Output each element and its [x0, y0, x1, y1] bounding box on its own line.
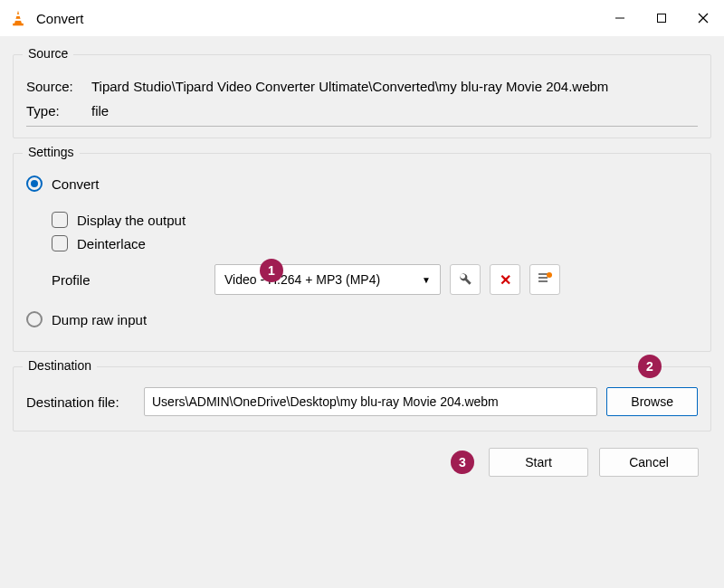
source-group: Source Source: Tipard Studio\Tipard Vide… [13, 54, 711, 138]
destination-file-value: Users\ADMIN\OneDrive\Desktop\my blu-ray … [152, 394, 499, 409]
source-group-label: Source [23, 46, 73, 61]
svg-rect-3 [13, 24, 24, 26]
deinterlace-label: Deinterlace [77, 236, 146, 251]
settings-group: Settings Convert Display the output Dein… [13, 153, 711, 352]
browse-button-label: Browse [631, 394, 673, 409]
annotation-badge-3: 3 [451, 450, 474, 474]
annotation-badge-1: 1 [260, 259, 283, 282]
dialog-footer: 3 Start Cancel [13, 439, 711, 489]
profile-selected: Video - H.264 + MP3 (MP4) [224, 272, 380, 287]
type-value: file [88, 101, 698, 120]
svg-rect-10 [538, 280, 548, 282]
wrench-icon [458, 271, 472, 289]
destination-row: Destination file: Users\ADMIN\OneDrive\D… [26, 387, 698, 416]
chevron-down-icon: ▼ [422, 275, 431, 285]
svg-rect-9 [538, 277, 548, 279]
type-label: Type: [26, 103, 88, 119]
destination-file-input[interactable]: Users\ADMIN\OneDrive\Desktop\my blu-ray … [144, 387, 597, 416]
dump-radio-row[interactable]: Dump raw input [26, 311, 698, 327]
convert-window: Convert Source Source: Tipard Studio\Tip… [0, 0, 724, 588]
browse-button[interactable]: Browse [606, 387, 698, 416]
svg-marker-0 [14, 11, 22, 24]
titlebar: Convert [0, 0, 724, 36]
destination-group: Destination 2 Destination file: Users\AD… [13, 366, 711, 432]
destination-file-label: Destination file: [26, 394, 135, 410]
cancel-button[interactable]: Cancel [599, 448, 699, 477]
destination-group-label: Destination [23, 358, 97, 373]
maximize-button[interactable] [641, 0, 682, 36]
close-button[interactable] [682, 0, 724, 36]
source-divider [26, 126, 698, 127]
svg-rect-1 [16, 14, 21, 16]
profile-dropdown[interactable]: Video - H.264 + MP3 (MP4) ▼ [214, 264, 441, 295]
display-output-label: Display the output [77, 213, 186, 228]
window-controls [599, 0, 724, 36]
svg-point-11 [547, 272, 552, 278]
profile-label: Profile [52, 272, 205, 288]
start-button[interactable]: Start [489, 448, 588, 477]
source-label: Source: [26, 79, 88, 94]
delete-profile-button[interactable]: ✕ [490, 264, 520, 295]
type-row: Type: file [26, 101, 698, 120]
x-icon: ✕ [500, 271, 511, 289]
source-row: Source: Tipard Studio\Tipard Video Conve… [26, 77, 698, 96]
new-profile-button[interactable] [529, 264, 560, 295]
dump-radio-label: Dump raw input [52, 312, 147, 327]
vlc-cone-icon [9, 9, 27, 27]
convert-radio-label: Convert [52, 176, 100, 192]
convert-radio[interactable] [26, 175, 43, 192]
settings-group-label: Settings [23, 145, 80, 159]
deinterlace-row[interactable]: Deinterlace [52, 235, 698, 251]
list-new-icon [538, 271, 552, 289]
window-title: Convert [36, 11, 599, 26]
edit-profile-button[interactable] [450, 264, 481, 295]
svg-rect-5 [658, 14, 666, 23]
dump-radio[interactable] [26, 311, 43, 327]
source-value: Tipard Studio\Tipard Video Converter Ult… [88, 77, 698, 96]
cancel-button-label: Cancel [629, 455, 669, 469]
svg-rect-2 [15, 19, 22, 21]
annotation-badge-2: 2 [638, 355, 662, 378]
profile-row: Profile 1 Video - H.264 + MP3 (MP4) ▼ ✕ [52, 264, 698, 295]
display-output-row[interactable]: Display the output [52, 212, 698, 228]
convert-radio-row[interactable]: Convert [26, 175, 698, 192]
minimize-button[interactable] [599, 0, 641, 36]
dialog-content: Source Source: Tipard Studio\Tipard Vide… [0, 36, 724, 588]
start-button-label: Start [525, 455, 552, 469]
display-output-checkbox[interactable] [52, 212, 68, 228]
deinterlace-checkbox[interactable] [52, 235, 68, 251]
svg-rect-8 [538, 273, 548, 275]
